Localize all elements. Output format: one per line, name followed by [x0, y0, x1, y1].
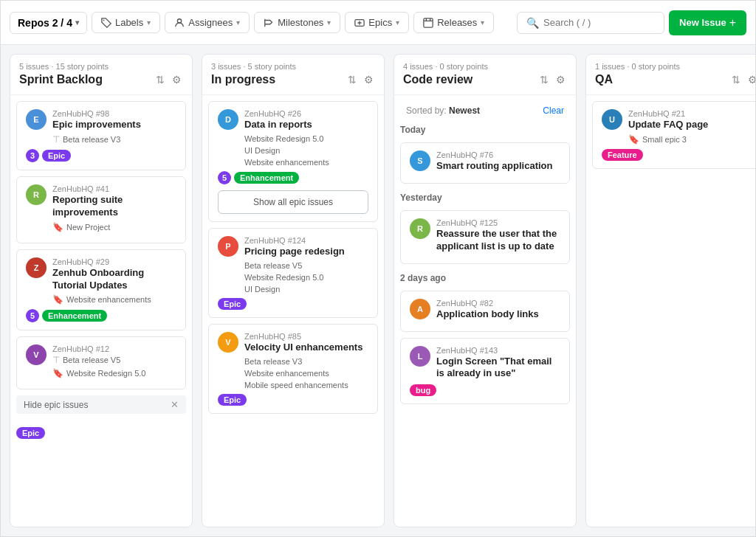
- card-header: R ZenHubHQ #125 Reassure the user that t…: [410, 218, 560, 253]
- card-info: ZenHubHQ #85 Velocity UI enhancements Be…: [244, 332, 368, 389]
- epic-badge: Epic: [218, 394, 247, 406]
- chevron-down-icon: ▾: [481, 18, 484, 27]
- card-info: ZenHubHQ #26 Data in reports Website Red…: [244, 109, 368, 167]
- card-number: ZenHubHQ #143: [436, 346, 560, 355]
- avatar: V: [26, 344, 47, 365]
- card-29[interactable]: Z ZenHubHQ #29 Zenhub Onboarding Tutoria…: [16, 249, 186, 331]
- col-meta-qa: 1 issues · 0 story points: [595, 62, 755, 71]
- clear-button[interactable]: Clear: [543, 105, 564, 116]
- card-number: ZenHubHQ #21: [628, 109, 752, 118]
- card-number: ZenHubHQ #124: [244, 236, 368, 245]
- card-info: ZenHubHQ #143 Login Screen "That email i…: [436, 346, 560, 381]
- settings-button[interactable]: ⚙: [554, 72, 567, 87]
- card-meta-text: Beta release V5: [63, 356, 120, 364]
- new-issue-button[interactable]: New Issue +: [669, 10, 746, 35]
- card-143[interactable]: L ZenHubHQ #143 Login Screen "That email…: [400, 338, 570, 405]
- sort-button[interactable]: ⇅: [538, 72, 550, 87]
- card-12[interactable]: V ZenHubHQ #12 ⊤ Beta release V5 🔖 Websi…: [16, 336, 186, 389]
- card-meta-text: Beta release V5: [244, 261, 302, 270]
- card-meta-text: Beta release V3: [244, 357, 302, 366]
- card-meta-text: Website enhancements: [66, 295, 151, 304]
- badge-row: 5 Enhancement: [218, 171, 368, 184]
- badge-row: Epic: [218, 298, 368, 310]
- card-meta-text: Website Redesign 5.0: [244, 273, 323, 282]
- card-meta: ⊤ Beta release V3: [52, 134, 176, 145]
- card-meta: 🔖 Small epic 3: [628, 134, 752, 145]
- hide-epics-close[interactable]: ✕: [171, 399, 179, 410]
- show-epic-issues-button[interactable]: Show all epic issues: [218, 190, 368, 214]
- epics-label: Epics: [368, 17, 392, 28]
- card-info: ZenHubHQ #21 Update FAQ page 🔖 Small epi…: [628, 109, 752, 145]
- bookmark-icon: 🔖: [52, 222, 63, 232]
- col-title-qa: QA: [595, 73, 613, 86]
- milestones-button[interactable]: Milestones ▾: [254, 12, 340, 33]
- epic-badge: Epic: [218, 298, 247, 310]
- sort-label: Sorted by: Newest: [406, 105, 480, 116]
- avatar: R: [26, 184, 47, 205]
- card-76[interactable]: S ZenHubHQ #76 Smart routing application: [400, 142, 570, 184]
- card-title: Application body links: [436, 308, 560, 321]
- card-98[interactable]: E ZenHubHQ #98 Epic improvements ⊤ Beta …: [16, 101, 186, 170]
- bug-badge: bug: [410, 384, 436, 396]
- column-body-in-progress: D ZenHubHQ #26 Data in reports Website R…: [202, 95, 384, 527]
- enhancement-count-badge: 5: [26, 309, 39, 322]
- card-21[interactable]: U ZenHubHQ #21 Update FAQ page 🔖 Small e…: [592, 101, 755, 169]
- column-qa: 1 issues · 0 story points QA ⇅ ⚙ U ZenHu…: [585, 54, 755, 527]
- chevron-down-icon: ▾: [147, 18, 151, 27]
- card-meta: 🔖 Website enhancements: [52, 294, 176, 305]
- card-meta3: Website enhancements: [244, 158, 368, 167]
- date-label-yesterday: Yesterday: [400, 190, 570, 204]
- avatar: A: [410, 299, 430, 319]
- card-124[interactable]: P ZenHubHQ #124 Pricing page redesign Be…: [208, 228, 378, 318]
- settings-button[interactable]: ⚙: [362, 72, 375, 87]
- releases-button[interactable]: Releases ▾: [413, 12, 494, 33]
- avatar: L: [410, 346, 430, 367]
- card-125[interactable]: R ZenHubHQ #125 Reassure the user that t…: [400, 210, 570, 264]
- bookmark-icon: 🔖: [628, 134, 639, 145]
- assignees-button[interactable]: Assignees ▾: [165, 12, 250, 33]
- enhancement-badge: Enhancement: [234, 172, 299, 184]
- card-title: Zenhub Onboarding Tutorial Updates: [52, 267, 176, 292]
- avatar: P: [218, 236, 238, 257]
- card-meta: 🔖 New Project: [52, 222, 176, 232]
- card-header: U ZenHubHQ #21 Update FAQ page 🔖 Small e…: [602, 109, 752, 145]
- card-number: ZenHubHQ #85: [244, 332, 368, 341]
- svg-point-0: [103, 19, 105, 21]
- card-82[interactable]: A ZenHubHQ #82 Application body links: [400, 291, 570, 332]
- search-icon: 🔍: [526, 17, 539, 29]
- enhancement-count-badge: 5: [218, 171, 231, 184]
- card-meta2: 🔖 Website Redesign 5.0: [52, 368, 176, 378]
- card-info: ZenHubHQ #98 Epic improvements ⊤ Beta re…: [52, 109, 176, 145]
- card-85[interactable]: V ZenHubHQ #85 Velocity UI enhancements …: [208, 324, 378, 414]
- search-input[interactable]: [543, 17, 647, 28]
- milestone-icon: ⊤: [52, 134, 60, 145]
- search-box[interactable]: 🔍: [517, 12, 664, 34]
- card-number: ZenHubHQ #41: [52, 184, 176, 193]
- settings-button[interactable]: ⚙: [746, 72, 755, 87]
- sort-button[interactable]: ⇅: [346, 72, 358, 87]
- epics-button[interactable]: Epics ▾: [345, 12, 409, 33]
- chevron-down-icon: ▾: [75, 18, 79, 27]
- card-header: L ZenHubHQ #143 Login Screen "That email…: [410, 346, 560, 381]
- column-body-code-review: Sorted by: Newest Clear Today S ZenHubHQ…: [394, 95, 576, 527]
- plus-icon: +: [729, 16, 736, 30]
- releases-label: Releases: [437, 17, 477, 28]
- epic-count-badge: 3: [26, 149, 39, 162]
- sort-button[interactable]: ⇅: [730, 72, 742, 87]
- card-header: V ZenHubHQ #85 Velocity UI enhancements …: [218, 332, 368, 389]
- card-meta-text: Beta release V3: [63, 135, 120, 144]
- card-info: ZenHubHQ #29 Zenhub Onboarding Tutorial …: [52, 257, 176, 305]
- repos-button[interactable]: Repos 2 / 4 ▾: [10, 12, 87, 34]
- epics-icon: [354, 18, 365, 28]
- milestones-label: Milestones: [278, 17, 323, 28]
- card-26[interactable]: D ZenHubHQ #26 Data in reports Website R…: [208, 101, 378, 222]
- labels-button[interactable]: Labels ▾: [92, 12, 160, 33]
- card-41[interactable]: R ZenHubHQ #41 Reporting suite improveme…: [16, 176, 186, 243]
- col-actions: ⇅ ⚙: [154, 72, 183, 87]
- card-meta: ⊤ Beta release V5: [52, 355, 176, 365]
- settings-button[interactable]: ⚙: [171, 72, 183, 87]
- card-meta-text: Website enhancements: [244, 158, 329, 167]
- card-title: Update FAQ page: [628, 119, 752, 131]
- sort-button[interactable]: ⇅: [154, 72, 166, 87]
- card-meta3: Mobile speed enhancements: [244, 381, 368, 389]
